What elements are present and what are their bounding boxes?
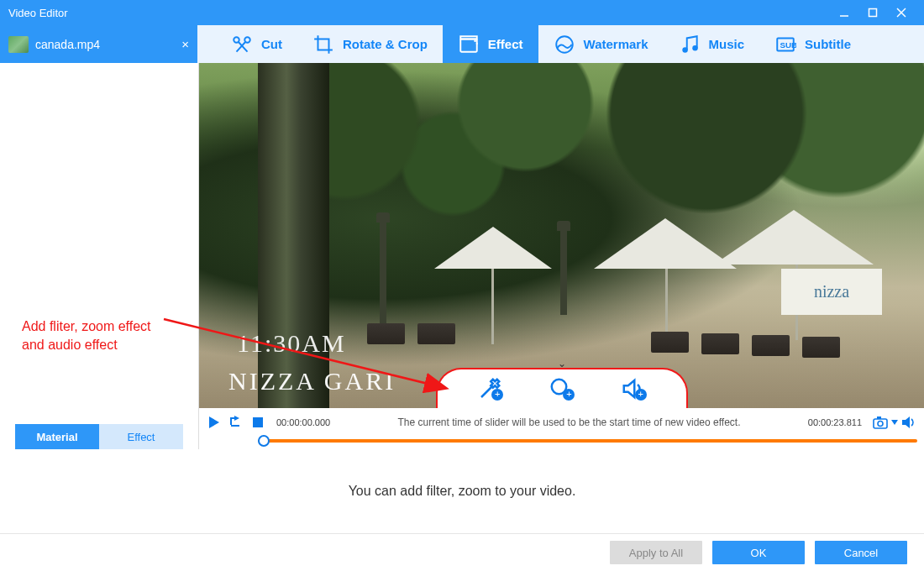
tab-label: Cut — [261, 37, 282, 51]
file-thumbnail — [8, 36, 29, 53]
volume-button[interactable] — [900, 414, 917, 431]
svg-point-24 — [878, 421, 883, 426]
add-audio-effect-button[interactable]: + — [617, 372, 650, 406]
window-title: Video Editor — [8, 7, 68, 19]
sidebar: Add fliter, zoom effect and audio effect… — [0, 63, 199, 449]
svg-line-7 — [237, 41, 246, 51]
file-name: canada.mp4 — [35, 38, 175, 51]
svg-point-12 — [556, 36, 573, 53]
player-hint: The current time of slider will be used … — [335, 416, 803, 428]
step-frame-button[interactable] — [228, 414, 244, 431]
tab-cut[interactable]: Cut — [216, 25, 297, 63]
svg-point-11 — [476, 42, 478, 44]
current-time: 00:00:00.000 — [276, 417, 330, 427]
effect-icon — [458, 34, 480, 55]
main-panel: nizza 11:30AM NIZZA GARI ⌄ + + + — [199, 63, 924, 449]
crop-icon — [312, 34, 334, 55]
sign-text: nizza — [781, 269, 882, 315]
plus-icon: + — [563, 389, 575, 401]
subtitle-icon: SUB — [774, 34, 796, 55]
title-bar: Video Editor — [0, 0, 924, 25]
svg-marker-21 — [234, 416, 239, 421]
cancel-button[interactable]: Cancel — [815, 541, 907, 564]
watermark-icon — [554, 34, 575, 55]
timeline-row — [199, 436, 924, 449]
timeline-slider[interactable] — [258, 439, 917, 443]
chevron-down-icon[interactable]: ⌄ — [558, 358, 566, 369]
svg-point-13 — [682, 47, 688, 53]
tab-watermark[interactable]: Watermark — [538, 25, 664, 63]
tab-music[interactable]: Music — [664, 25, 760, 63]
total-time: 00:00:23.811 — [808, 417, 862, 427]
close-button[interactable] — [887, 0, 916, 25]
video-preview[interactable]: nizza 11:30AM NIZZA GARI ⌄ + + + — [199, 63, 924, 408]
add-zoom-button[interactable]: + — [544, 372, 578, 406]
svg-text:SUB: SUB — [780, 40, 797, 50]
svg-rect-20 — [231, 425, 239, 427]
video-frame: nizza 11:30AM NIZZA GARI — [199, 63, 924, 408]
tab-label: Effect — [488, 37, 523, 51]
player-bar: 00:00:00.000 The current time of slider … — [199, 408, 924, 437]
overlay-title: NIZZA GARI — [228, 367, 396, 396]
scissors-icon — [231, 34, 253, 55]
tab-label: Rotate & Crop — [343, 37, 428, 51]
close-file-icon[interactable]: × — [181, 37, 189, 51]
mid-message: You can add filter, zoom to your video. — [0, 449, 924, 533]
tab-subtitle[interactable]: SUB Subtitle — [759, 25, 866, 63]
file-tab[interactable]: canada.mp4 × — [0, 25, 199, 63]
effect-tray: ⌄ + + + — [436, 368, 688, 408]
sidebar-content: Add fliter, zoom effect and audio effect — [0, 63, 198, 424]
add-filter-button[interactable]: + — [473, 372, 507, 406]
svg-rect-25 — [877, 416, 881, 419]
svg-point-10 — [474, 39, 476, 42]
toolbar: canada.mp4 × Cut Rotate & Crop Effect Wa… — [0, 25, 924, 63]
music-icon — [679, 34, 701, 55]
sidebar-tab-material[interactable]: Material — [15, 424, 99, 449]
footer: Apply to All OK Cancel — [0, 533, 924, 571]
snapshot-button[interactable] — [872, 414, 889, 431]
svg-line-6 — [239, 41, 248, 51]
tab-label: Watermark — [584, 37, 648, 51]
svg-rect-23 — [874, 419, 887, 428]
ok-button[interactable]: OK — [712, 541, 805, 564]
tab-label: Music — [709, 37, 745, 51]
svg-marker-27 — [902, 416, 910, 428]
svg-point-14 — [692, 45, 698, 51]
tab-label: Subtitle — [805, 37, 851, 51]
annotation-text: Add fliter, zoom effect and audio effect — [22, 317, 151, 354]
tab-effect[interactable]: Effect — [443, 25, 538, 63]
svg-rect-1 — [869, 9, 877, 17]
sidebar-tabs: Material Effect — [0, 424, 198, 449]
minimize-button[interactable] — [830, 0, 858, 25]
maximize-button[interactable] — [858, 0, 887, 25]
sidebar-tab-effect[interactable]: Effect — [99, 424, 183, 449]
stop-button[interactable] — [249, 414, 266, 431]
play-button[interactable] — [206, 414, 223, 431]
svg-marker-26 — [891, 420, 898, 425]
svg-marker-19 — [209, 416, 219, 428]
apply-to-all-button[interactable]: Apply to All — [610, 541, 702, 564]
svg-rect-22 — [253, 417, 263, 427]
workarea: Add fliter, zoom effect and audio effect… — [0, 63, 924, 449]
tool-tabs: Cut Rotate & Crop Effect Watermark Music… — [199, 25, 924, 63]
svg-rect-9 — [460, 36, 477, 39]
plus-icon: + — [491, 389, 503, 401]
snapshot-menu-button[interactable] — [890, 414, 899, 431]
overlay-time: 11:30AM — [237, 329, 346, 358]
slider-thumb[interactable] — [258, 435, 270, 447]
tab-rotate-crop[interactable]: Rotate & Crop — [297, 25, 443, 63]
